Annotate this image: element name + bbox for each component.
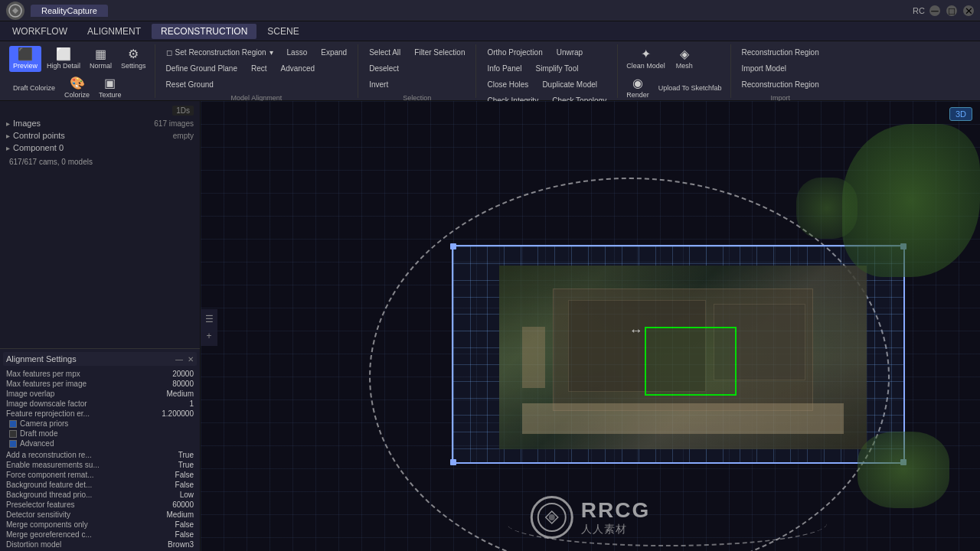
alignment-settings-panel: Alignment Settings — ✕ Max features per … xyxy=(0,348,200,551)
control-points-value: empty xyxy=(173,132,194,140)
cursor-arrow: ↕ xyxy=(629,328,645,334)
clean-icon: ✦ xyxy=(641,48,651,60)
draft-colorize-button[interactable]: Draft Colorize xyxy=(9,82,59,94)
time-indicator: 1Ds xyxy=(172,106,194,116)
expand-icon: ▸ xyxy=(6,119,10,128)
unwrap-button[interactable]: Unwrap xyxy=(550,46,589,59)
toolbar-imp-row1: Reconstruction Region xyxy=(736,44,825,60)
deselect-button[interactable]: Deselect xyxy=(363,62,405,75)
toolbar-sel-row3: Invert xyxy=(363,77,394,93)
clean-model-button[interactable]: ✦ Clean Model xyxy=(622,46,669,72)
duplicate-button[interactable]: Duplicate Model xyxy=(536,78,603,91)
setting-max-feat-mpx: Max features per mpx 20000 xyxy=(3,369,197,379)
vegetation-mid xyxy=(796,178,858,239)
ortho-button[interactable]: Ortho Projection xyxy=(481,46,548,59)
tree-images[interactable]: ▸ Images 617 images xyxy=(3,117,197,129)
define-ground-button[interactable]: Define Ground Plane xyxy=(160,62,243,75)
corner-handle-bl[interactable] xyxy=(450,459,456,465)
info-panel-button[interactable]: Info Panel xyxy=(481,62,528,75)
panel-close[interactable]: ✕ xyxy=(188,355,194,364)
panel-title[interactable]: Alignment Settings — ✕ xyxy=(3,352,197,366)
toolbar-selection-group: Select All Filter Selection Deselect Inv… xyxy=(358,44,476,98)
recon-region-button[interactable]: Reconstruction Region xyxy=(736,46,825,59)
setting-max-feat-img: Max features per image 80000 xyxy=(3,379,197,389)
mini-icon-1[interactable]: ☰ xyxy=(202,312,216,326)
recon-region2-button[interactable]: Reconstruction Region xyxy=(736,78,825,91)
settings-button[interactable]: ⚙ Settings xyxy=(117,46,150,72)
adv-bg-thread: Background thread prio... Low xyxy=(3,490,197,500)
mini-icon-2[interactable]: + xyxy=(202,329,216,343)
adv-enable-meas: Enable measurements su... True xyxy=(3,460,197,470)
toolbar: ⬛ Preview ⬜ High Detail ▦ Normal ⚙ Setti… xyxy=(0,41,980,101)
left-mini-icons: ☰ + xyxy=(201,309,217,346)
maximize-button[interactable]: □ xyxy=(946,5,957,16)
toolbar-imp-row2: Import Model xyxy=(736,60,792,77)
toolbar-model-alignment-group: ◻ Set Reconstruction Region ▾ Lasso Expa… xyxy=(155,44,359,98)
minimize-button[interactable]: ─ xyxy=(929,5,940,16)
checkbox-advanced xyxy=(9,440,17,448)
window-tab[interactable]: RealityCapture xyxy=(31,5,108,17)
lasso-button[interactable]: Lasso xyxy=(281,46,314,59)
adv-merge-only: Merge components only False xyxy=(3,520,197,530)
toolbar-ma-row2: Define Ground Plane Rect Advanced xyxy=(160,60,321,77)
rect-button[interactable]: Rect xyxy=(245,62,273,75)
viewport[interactable]: ↕ 3D RRCG 人人素材 ☰ + xyxy=(201,101,980,551)
wm-main-text: RRCG xyxy=(581,498,650,523)
high-detail-button[interactable]: ⬜ High Detail xyxy=(43,46,84,72)
set-region-button[interactable]: ◻ Set Reconstruction Region ▾ xyxy=(160,46,279,59)
toolbar-tools-row1: Ortho Projection Unwrap xyxy=(481,44,589,60)
simplify-button[interactable]: Simplify Tool xyxy=(530,62,585,75)
toolbar-process-group: ⬛ Preview ⬜ High Detail ▦ Normal ⚙ Setti… xyxy=(5,44,155,98)
reset-ground-button[interactable]: Reset Ground xyxy=(160,78,220,91)
toolbar-process-row1: ⬛ Preview ⬜ High Detail ▦ Normal ⚙ Setti… xyxy=(9,44,150,73)
menu-reconstruction[interactable]: RECONSTRUCTION xyxy=(152,24,256,39)
building-overlay xyxy=(522,281,844,434)
toolbar-imp-row3: Reconstruction Region xyxy=(736,77,825,93)
close-button[interactable]: ✕ xyxy=(963,5,974,16)
menu-workflow[interactable]: WORKFLOW xyxy=(3,24,77,39)
menu-scene[interactable]: SCENE xyxy=(258,24,308,39)
setting-camera-priors[interactable]: Camera priors xyxy=(3,419,197,429)
checkbox-draft-mode xyxy=(9,430,17,438)
toolbar-exp-row2: ◉ Render Upload To Sketchfab xyxy=(622,73,725,103)
tree-control-points[interactable]: ▸ Control points empty xyxy=(3,129,197,142)
window-tabs: RealityCapture xyxy=(31,5,913,17)
toolbar-ma-row1: ◻ Set Reconstruction Region ▾ Lasso Expa… xyxy=(160,44,354,60)
tree-component[interactable]: ▸ Component 0 xyxy=(3,142,197,154)
control-points-label: Control points xyxy=(13,131,173,140)
svg-point-127 xyxy=(549,514,555,520)
toolbar-exp-row1: ✦ Clean Model ◈ Mesh xyxy=(622,44,698,73)
texture-icon: ▣ xyxy=(104,77,116,90)
ground-side xyxy=(522,327,545,388)
reconstruction-region-box[interactable] xyxy=(452,245,905,464)
vegetation-tr xyxy=(842,124,980,277)
cams-stats: 617/617 cams, 0 models xyxy=(3,157,197,167)
watermark: RRCG 人人素材 xyxy=(531,496,650,539)
expand-button[interactable]: Expand xyxy=(315,46,353,59)
preview-button[interactable]: ⬛ Preview xyxy=(9,46,41,72)
upload-button[interactable]: Upload To Sketchfab xyxy=(655,82,726,94)
setting-advanced[interactable]: Advanced xyxy=(3,439,197,448)
import-model-button[interactable]: Import Model xyxy=(736,62,792,75)
colorize-button[interactable]: 🎨 Colorize xyxy=(60,75,93,101)
setting-reproj: Feature reprojection er... 1.200000 xyxy=(3,409,197,419)
render-button[interactable]: ◉ Render xyxy=(622,75,653,101)
setting-draft-mode[interactable]: Draft mode xyxy=(3,429,197,439)
toolbar-sel-row1: Select All Filter Selection xyxy=(363,44,471,60)
invert-button[interactable]: Invert xyxy=(363,78,394,91)
vegetation-br xyxy=(858,432,949,508)
mesh-button[interactable]: ◈ Mesh xyxy=(671,46,698,72)
advanced-button[interactable]: Advanced xyxy=(275,62,321,75)
normal-button[interactable]: ▦ Normal xyxy=(86,46,116,72)
adv-merge-geo: Merge georeferenced c... False xyxy=(3,530,197,540)
settings-main: Max features per mpx 20000 Max features … xyxy=(3,369,197,448)
filter-selection-button[interactable]: Filter Selection xyxy=(408,46,471,59)
expand-icon2: ▸ xyxy=(6,132,10,140)
menu-alignment[interactable]: ALIGNMENT xyxy=(78,24,150,39)
corner-handle-tl[interactable] xyxy=(450,243,456,249)
panel-minimize[interactable]: — xyxy=(175,355,183,364)
texture-button[interactable]: ▣ Texture xyxy=(95,75,126,101)
select-all-button[interactable]: Select All xyxy=(363,46,407,59)
adv-add-recon: Add a reconstruction re... True xyxy=(3,450,197,460)
close-holes-button[interactable]: Close Holes xyxy=(481,78,534,91)
